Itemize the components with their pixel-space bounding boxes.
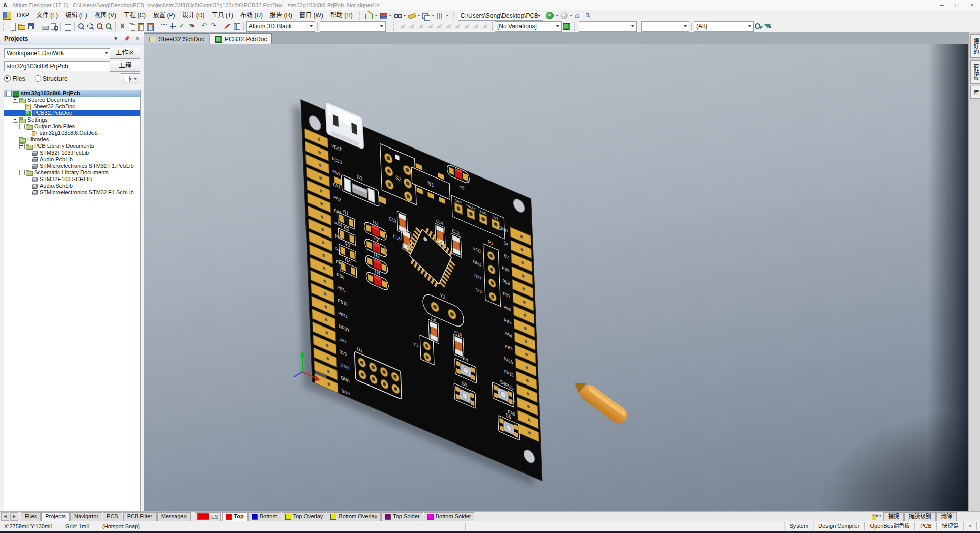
collapse-icon[interactable] (13, 137, 18, 142)
apply-icon[interactable] (178, 22, 186, 31)
menu-item-0[interactable]: 文件 (F) (33, 10, 62, 21)
chevron-down-icon[interactable] (538, 15, 541, 17)
workspace-button[interactable]: 工作区 (110, 48, 140, 59)
chevron-down-icon[interactable] (631, 25, 634, 27)
chevron-down-icon[interactable] (380, 25, 383, 27)
collapse-icon[interactable] (6, 91, 12, 96)
chevron-down-icon[interactable] (556, 15, 559, 16)
move-icon[interactable] (169, 22, 177, 31)
project-button[interactable]: 工程 (110, 61, 140, 72)
right-panel-tab-2[interactable]: 库 (970, 86, 980, 99)
paste-special-icon[interactable] (146, 22, 154, 31)
collapse-icon[interactable] (13, 117, 18, 123)
layer-tab-bottom-solder[interactable]: Bottom Solder (424, 512, 475, 521)
status-menu-1[interactable]: Design Compiler (813, 522, 865, 530)
collapse-icon[interactable] (19, 170, 25, 175)
chevron-down-icon[interactable] (389, 15, 392, 16)
tree-item-9[interactable]: STM32F103.PcbLib (4, 150, 140, 156)
tree-item-8[interactable]: PCB Library Documents (4, 143, 140, 150)
sketch-board-icon[interactable] (365, 12, 373, 20)
structure-radio[interactable]: Structure (35, 75, 68, 82)
snap-button-2[interactable]: 清除 (936, 512, 957, 521)
filter-scope-combobox[interactable]: (All) (694, 21, 754, 32)
chevron-down-icon[interactable] (432, 15, 435, 16)
cascade-windows-icon[interactable] (422, 12, 430, 20)
filter-combobox-1[interactable] (579, 21, 637, 32)
close-button[interactable]: × (965, 1, 980, 10)
print-preview-icon[interactable] (50, 22, 58, 31)
layer-set-tab[interactable]: LS (195, 512, 221, 521)
tree-item-3[interactable]: PCB32.PcbDoc (4, 110, 140, 116)
tree-item-10[interactable]: Audio.PcbLib (4, 156, 140, 163)
minimize-button[interactable]: – (934, 1, 950, 10)
path-combobox[interactable]: C:\Users\Song\Desktop\PCB_pi (458, 11, 543, 21)
tree-item-2[interactable]: Sheet32.SchDoc (4, 103, 140, 110)
document-tab-0[interactable]: Sheet32.SchDoc (144, 33, 209, 44)
route-smart-icon[interactable] (417, 22, 425, 31)
zoom-point-icon[interactable] (96, 22, 104, 31)
chevron-down-icon[interactable] (417, 15, 420, 16)
grid-icon[interactable] (436, 12, 444, 20)
status-menu-5[interactable]: » (964, 522, 977, 530)
component-icon[interactable] (481, 22, 489, 31)
tree-item-12[interactable]: Schematic Library Documents (4, 169, 140, 176)
redo-icon[interactable] (210, 22, 218, 31)
route-diff-icon[interactable] (408, 22, 416, 31)
zoom-area-icon[interactable] (86, 22, 95, 31)
layer-tab-top-solder[interactable]: Top Solder (381, 512, 423, 521)
menu-item-7[interactable]: 布线 (U) (237, 10, 266, 21)
variant-board-icon[interactable] (562, 22, 570, 31)
zoom-fit-icon[interactable] (77, 22, 85, 31)
workspace-panels-icon[interactable] (64, 22, 72, 31)
layer-tab-top[interactable]: Top (222, 512, 247, 521)
menu-item-8[interactable]: 报告 (R) (266, 10, 296, 21)
collapse-icon[interactable] (19, 124, 25, 129)
pad-icon[interactable] (436, 22, 444, 31)
tree-item-1[interactable]: Source Documents (4, 97, 140, 103)
variant-combobox[interactable]: [No Variations] (495, 21, 562, 32)
footprint-find-icon[interactable] (393, 12, 402, 20)
chevron-down-icon[interactable] (375, 15, 378, 16)
view-style-combobox[interactable]: Altium 3D Black (246, 21, 315, 32)
status-menu-2[interactable]: OpenBus调色板 (865, 522, 915, 530)
tree-item-11[interactable]: STMicroelectronics STM32 F1.PcbLib (4, 163, 140, 169)
document-tab-1[interactable]: PCB32.PcbDoc (210, 33, 272, 44)
files-radio[interactable]: Files (4, 75, 25, 82)
document-options-button[interactable] (121, 73, 140, 84)
filter-combobox-2[interactable] (641, 21, 689, 32)
panel-tab-pcb-filter[interactable]: PCB Filter (123, 512, 157, 521)
string-icon[interactable] (472, 22, 480, 31)
menu-item-6[interactable]: 工具 (T) (208, 10, 237, 21)
forward-icon[interactable] (560, 12, 568, 20)
pcb-3d-view[interactable]: VBATPC13PA0PA1PA2PA3PA4PA5PA6PA7PB0PB1PB… (144, 44, 968, 511)
chevron-down-icon[interactable] (446, 15, 449, 16)
print-icon[interactable] (41, 22, 49, 31)
layer-tab-bottom[interactable]: Bottom (248, 512, 281, 521)
right-panel-tab-1[interactable]: 剪贴板 (970, 60, 980, 84)
chevron-down-icon[interactable] (748, 25, 751, 27)
menu-dxp[interactable]: DXP (13, 10, 33, 21)
panel-tab-navigator[interactable]: Navigator (70, 512, 102, 521)
tree-item-15[interactable]: STMicroelectronics STM32 F1.SchLib (4, 189, 140, 196)
clear-filter-icon[interactable] (187, 22, 195, 31)
menu-item-9[interactable]: 窗口 (W) (296, 10, 327, 21)
zoom-selection-icon[interactable] (105, 22, 113, 31)
back-icon[interactable] (546, 12, 554, 20)
panel-menu-icon[interactable]: ▼ (112, 35, 119, 42)
layer-tab-bottom-overlay[interactable]: Bottom Overlay (327, 512, 381, 521)
panel-tab-pcb[interactable]: PCB (103, 512, 122, 521)
tab-scroll-right-icon[interactable]: ► (10, 512, 18, 521)
snap-button-1[interactable]: 掩膜级别 (904, 512, 936, 521)
via-icon[interactable] (426, 22, 435, 31)
maximize-button[interactable]: □ (950, 1, 965, 10)
undo-icon[interactable] (201, 22, 209, 31)
select-area-icon[interactable] (160, 22, 168, 31)
refresh-icon[interactable] (584, 12, 592, 20)
right-panel-tab-0[interactable]: 偏好的 (970, 34, 980, 58)
filter-clear2-icon[interactable] (763, 22, 772, 31)
copy-icon[interactable] (128, 22, 136, 31)
fill-icon[interactable] (454, 22, 462, 31)
layer-tab-top-overlay[interactable]: Top Overlay (282, 512, 327, 521)
open-document-icon[interactable] (18, 22, 26, 31)
panel-tab-files[interactable]: Files (21, 512, 41, 521)
